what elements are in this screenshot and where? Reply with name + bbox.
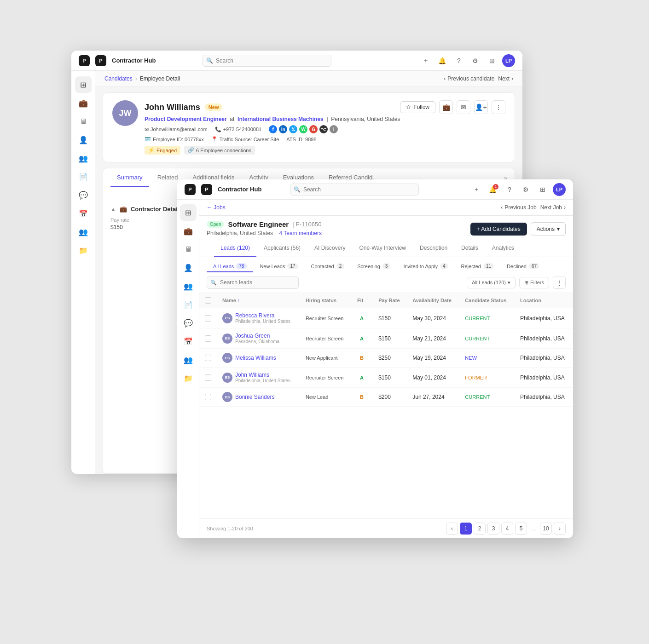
- tab-details[interactable]: Details: [455, 240, 485, 257]
- front-user-avatar[interactable]: LP: [553, 183, 566, 196]
- front-search-container: 🔍: [290, 184, 419, 196]
- filters-button[interactable]: ⊞ Filters: [519, 277, 549, 288]
- page-2-button[interactable]: 2: [474, 523, 486, 535]
- page-1-button[interactable]: 1: [460, 523, 472, 535]
- team-members-link[interactable]: 4 Team members: [279, 230, 321, 236]
- front-sidebar-calendar[interactable]: 📅: [180, 333, 197, 350]
- front-breadcrumb[interactable]: ← Jobs: [207, 204, 226, 211]
- front-sidebar-group[interactable]: 👥: [180, 351, 197, 368]
- candidate-name-1[interactable]: Joshua Green: [235, 333, 279, 339]
- front-sidebar-team[interactable]: 👥: [180, 278, 197, 294]
- status-declined[interactable]: Declined 67: [500, 261, 546, 272]
- prev-page-button[interactable]: ‹: [446, 523, 458, 535]
- linkedin-icon[interactable]: in: [279, 125, 287, 133]
- github-icon[interactable]: ⌥: [319, 125, 328, 133]
- row-checkbox-3[interactable]: [205, 374, 211, 381]
- actions-button[interactable]: Actions ▾: [531, 222, 566, 236]
- hiring-status-4: New Lead: [306, 394, 329, 400]
- status-rejected[interactable]: Rejected 11: [455, 261, 501, 272]
- row-checkbox-0[interactable]: [205, 315, 211, 322]
- tab-leads[interactable]: Leads (120): [214, 240, 256, 257]
- sidebar-item-monitor[interactable]: 🖥: [75, 113, 92, 130]
- next-job-button[interactable]: Next Job ›: [540, 204, 566, 211]
- front-sidebar-monitor[interactable]: 🖥: [180, 241, 197, 258]
- all-leads-dropdown[interactable]: All Leads (120) ▾: [467, 277, 516, 288]
- hiring-status-1: Recruiter Screen: [306, 336, 344, 341]
- candidate-name-0[interactable]: Rebecca Rivera: [235, 312, 290, 319]
- front-sidebar-users[interactable]: 👤: [180, 259, 197, 276]
- twitter-icon[interactable]: 𝕏: [289, 125, 297, 133]
- search-input[interactable]: [203, 55, 331, 67]
- user-avatar[interactable]: LP: [502, 54, 515, 67]
- sidebar-item-users[interactable]: 👤: [75, 132, 92, 148]
- grid-button[interactable]: ⊞: [486, 54, 498, 67]
- row-checkbox-4[interactable]: [205, 394, 211, 400]
- notifications-button[interactable]: 🔔: [436, 54, 449, 67]
- tab-summary[interactable]: Summary: [110, 168, 149, 187]
- next-candidate-button[interactable]: Next ›: [498, 75, 513, 82]
- more-button[interactable]: ⋮: [492, 100, 505, 114]
- sidebar-item-team[interactable]: 👥: [75, 150, 92, 167]
- select-all-checkbox[interactable]: [205, 297, 211, 304]
- page-3-button[interactable]: 3: [487, 523, 499, 535]
- status-invited[interactable]: Invited to Apply 4: [397, 261, 454, 272]
- google-icon[interactable]: G: [309, 125, 318, 133]
- facebook-icon[interactable]: f: [269, 125, 277, 133]
- page-4-button[interactable]: 4: [501, 523, 513, 535]
- front-grid-button[interactable]: ⊞: [536, 183, 549, 196]
- tab-description[interactable]: Description: [413, 240, 454, 257]
- row-checkbox-2[interactable]: [205, 355, 211, 361]
- front-settings-button[interactable]: ⚙: [520, 183, 533, 196]
- status-screening[interactable]: Screening 3: [351, 261, 397, 272]
- more-options-button[interactable]: ⋮: [553, 276, 566, 289]
- sidebar-item-dashboard[interactable]: ⊞: [75, 76, 92, 93]
- email-button[interactable]: ✉: [457, 100, 470, 114]
- sidebar-item-folder[interactable]: 📁: [75, 242, 92, 259]
- front-help-button[interactable]: ?: [503, 183, 516, 196]
- tab-ai-discovery[interactable]: AI Discovery: [308, 240, 352, 257]
- toggle-icon[interactable]: ▲: [110, 206, 116, 213]
- page-5-button[interactable]: 5: [515, 523, 527, 535]
- sidebar-item-calendar[interactable]: 📅: [75, 205, 92, 222]
- front-add-button[interactable]: ＋: [470, 183, 483, 196]
- candidate-name-3[interactable]: John Williams: [235, 372, 290, 378]
- candidate-name-2[interactable]: Melissa Williams: [235, 355, 276, 361]
- status-contacted[interactable]: Contacted 2: [305, 261, 351, 272]
- row-checkbox-1[interactable]: [205, 335, 211, 342]
- page-10-button[interactable]: 10: [540, 523, 552, 535]
- front-sidebar-dashboard[interactable]: ⊞: [180, 204, 197, 221]
- front-sidebar-reports[interactable]: 📄: [180, 296, 197, 313]
- add-button[interactable]: ＋: [419, 54, 432, 67]
- sidebar-item-messages[interactable]: 💬: [75, 187, 92, 203]
- info-icon[interactable]: i: [330, 125, 338, 133]
- next-page-button[interactable]: ›: [554, 523, 566, 535]
- job-id: | P-110650: [292, 221, 321, 228]
- breadcrumb-parent[interactable]: Candidates: [104, 75, 133, 82]
- tab-applicants[interactable]: Applicants (56): [257, 240, 307, 257]
- sidebar-item-group[interactable]: 👥: [75, 224, 92, 240]
- front-sidebar-folder[interactable]: 📁: [180, 370, 197, 386]
- whatsapp-icon[interactable]: W: [299, 125, 307, 133]
- status-new-leads[interactable]: New Leads 17: [253, 261, 304, 272]
- front-sidebar-messages[interactable]: 💬: [180, 315, 197, 331]
- prev-job-button[interactable]: ‹ Previous Job: [501, 204, 536, 211]
- add-candidates-button[interactable]: + Add Candidates: [470, 223, 527, 236]
- sidebar-item-reports[interactable]: 📄: [75, 168, 92, 185]
- front-search-input[interactable]: [290, 184, 419, 196]
- status-all-leads[interactable]: All Leads 78: [207, 261, 253, 272]
- front-sidebar-jobs[interactable]: 💼: [180, 223, 197, 239]
- settings-button[interactable]: ⚙: [469, 54, 482, 67]
- add-person-button[interactable]: 👤+: [474, 100, 488, 114]
- tab-analytics[interactable]: Analytics: [486, 240, 521, 257]
- help-button[interactable]: ?: [452, 54, 465, 67]
- prev-candidate-button[interactable]: ‹ Previous candidate: [444, 75, 494, 82]
- candidate-name-4[interactable]: Bonnie Sanders: [235, 394, 274, 400]
- sidebar-item-jobs[interactable]: 💼: [75, 95, 92, 111]
- front-notifications-button[interactable]: 🔔1: [487, 183, 499, 196]
- name-column-header[interactable]: Name ↑: [222, 298, 295, 303]
- briefcase-button[interactable]: 💼: [439, 100, 453, 114]
- front-topbar: ← Jobs ‹ Previous Job Next Job ›: [199, 200, 573, 216]
- follow-button[interactable]: ☆ Follow: [400, 101, 435, 113]
- tab-one-way[interactable]: One-Way Interview: [353, 240, 412, 257]
- leads-search-input[interactable]: [207, 276, 299, 289]
